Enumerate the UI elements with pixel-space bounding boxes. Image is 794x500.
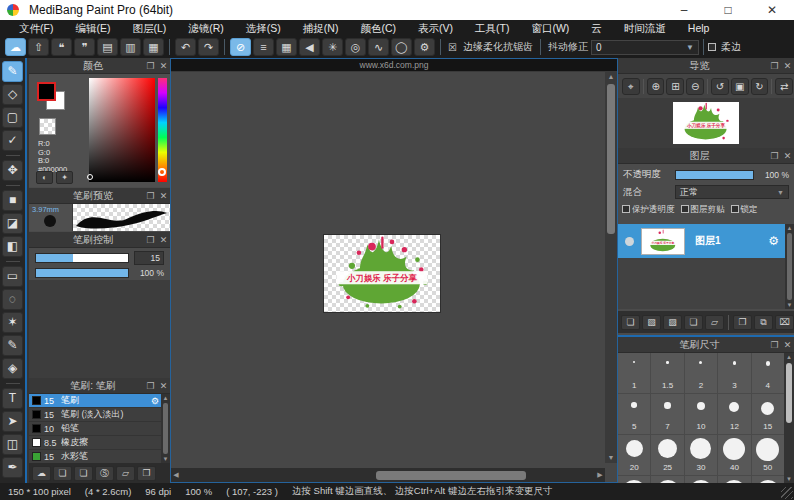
antialias-checkbox-icon[interactable]: ☒ bbox=[448, 42, 457, 53]
sv-picker-cursor[interactable] bbox=[87, 174, 93, 180]
duplicate-layer-icon[interactable]: ❐ bbox=[733, 315, 752, 330]
brush-tool[interactable]: ✎ bbox=[2, 61, 23, 82]
maximize-button[interactable]: □ bbox=[706, 0, 750, 20]
snap-curve-icon[interactable]: ∿ bbox=[368, 38, 389, 56]
snap-grid-icon[interactable]: ▦ bbox=[276, 38, 297, 56]
snap-settings-icon[interactable]: ⚙ bbox=[414, 38, 435, 56]
close-button[interactable]: ✕ bbox=[750, 0, 794, 20]
menu-layer[interactable]: 图层(L) bbox=[121, 20, 177, 36]
comic-grid-icon[interactable]: ▦ bbox=[143, 38, 164, 56]
menu-edit[interactable]: 编辑(E) bbox=[64, 20, 121, 36]
size-option[interactable]: 2 bbox=[685, 353, 717, 393]
menu-color[interactable]: 颜色(C) bbox=[349, 20, 407, 36]
canvas-tab[interactable]: www.x6d.com.png bbox=[171, 59, 617, 72]
color-wheel-icon[interactable]: ◐ bbox=[36, 171, 53, 184]
size-option[interactable] bbox=[718, 476, 750, 483]
brush-cloud-icon[interactable]: ☁ bbox=[32, 466, 51, 481]
scroll-up-icon[interactable]: ▲ bbox=[163, 394, 169, 402]
layer-opacity-slider[interactable] bbox=[675, 170, 754, 180]
reset-rotation-icon[interactable]: ↻ bbox=[751, 78, 769, 95]
merge-layer-icon[interactable]: ⧉ bbox=[754, 315, 773, 330]
lasso-tool[interactable]: ◌ bbox=[2, 289, 23, 310]
canvas-viewport[interactable]: 小刀娱乐 乐子分享 bbox=[171, 72, 605, 463]
size-option[interactable] bbox=[685, 476, 717, 483]
layer-row-selected[interactable]: 小刀娱乐 乐子分享 图层1 ⚙ bbox=[618, 224, 785, 258]
menu-snap[interactable]: 捕捉(N) bbox=[292, 20, 350, 36]
scroll-up-icon[interactable]: ▲ bbox=[787, 224, 793, 232]
snap-concentric-icon[interactable]: ◎ bbox=[345, 38, 366, 56]
duplicate-brush-icon[interactable]: ❐ bbox=[137, 466, 156, 481]
comment-icon[interactable]: ❝ bbox=[51, 38, 72, 56]
size-option[interactable]: 50 bbox=[752, 435, 784, 475]
scroll-down-icon[interactable]: ▼ bbox=[787, 301, 793, 309]
size-option[interactable]: 4 bbox=[752, 353, 784, 393]
menu-select[interactable]: 选择(S) bbox=[235, 20, 292, 36]
zoom-in-icon[interactable]: ⊕ bbox=[647, 78, 665, 95]
zoom-out-icon[interactable]: ⊖ bbox=[686, 78, 704, 95]
close-icon[interactable]: ✕ bbox=[781, 340, 794, 350]
popout-icon[interactable]: ❐ bbox=[768, 151, 781, 161]
scroll-up-icon[interactable]: ▲ bbox=[786, 353, 792, 361]
delete-layer-icon[interactable]: ⌧ bbox=[775, 315, 794, 330]
size-option[interactable]: 1 bbox=[618, 353, 650, 393]
menu-view[interactable]: 表示(V) bbox=[407, 20, 464, 36]
soft-edge-checkbox[interactable] bbox=[708, 43, 716, 51]
add-1bit-layer-icon[interactable]: ▨ bbox=[663, 315, 682, 330]
size-option[interactable]: 1.5 bbox=[651, 353, 683, 393]
scrollbar-thumb[interactable] bbox=[376, 471, 526, 480]
document-icon[interactable]: ▤ bbox=[97, 38, 118, 56]
canvas-image[interactable]: 小刀娱乐 乐子分享 bbox=[324, 235, 440, 312]
document-list-icon[interactable]: ▥ bbox=[120, 38, 141, 56]
scrollbar-thumb[interactable] bbox=[787, 233, 792, 300]
zoom-loupe-icon[interactable]: ⌖ bbox=[622, 78, 640, 95]
palette-icon[interactable]: ✦ bbox=[56, 171, 73, 184]
resize-grip[interactable] bbox=[781, 487, 793, 499]
size-option[interactable]: 25 bbox=[651, 435, 683, 475]
zoom-fit-icon[interactable]: ⊞ bbox=[666, 78, 684, 95]
canvas-horizontal-scrollbar[interactable]: ◀ ▶ bbox=[171, 468, 605, 482]
size-option[interactable]: 12 bbox=[718, 394, 750, 434]
add-layer-icon[interactable]: ❏ bbox=[621, 315, 640, 330]
close-icon[interactable]: ✕ bbox=[781, 61, 794, 71]
move-tool[interactable]: ✥ bbox=[2, 160, 23, 181]
add-layer-menu-icon[interactable]: ❏ bbox=[684, 315, 703, 330]
add-brush-icon[interactable]: ❏ bbox=[53, 466, 72, 481]
cloud-icon[interactable]: ☁ bbox=[5, 38, 26, 56]
brush-list-scrollbar[interactable]: ▲ ▼ bbox=[161, 394, 170, 463]
saturation-value-picker[interactable] bbox=[89, 78, 155, 182]
snap-off-icon[interactable]: ⊘ bbox=[230, 38, 251, 56]
close-icon[interactable]: ✕ bbox=[157, 191, 170, 201]
gradient-tool[interactable]: ◧ bbox=[2, 236, 23, 257]
scrollbar-thumb[interactable] bbox=[786, 363, 792, 423]
scroll-down-icon[interactable]: ▼ bbox=[608, 453, 615, 463]
protect-alpha-checkbox[interactable]: 保护透明度 bbox=[622, 204, 675, 216]
close-icon[interactable]: ✕ bbox=[157, 381, 170, 391]
clipping-checkbox[interactable]: 图层剪贴 bbox=[681, 204, 725, 216]
select-tool[interactable]: ▭ bbox=[2, 266, 23, 287]
hue-slider[interactable] bbox=[158, 78, 167, 182]
eraser-tool[interactable]: ◇ bbox=[2, 84, 23, 105]
size-option[interactable]: 5 bbox=[618, 394, 650, 434]
close-icon[interactable]: ✕ bbox=[781, 151, 794, 161]
menu-help[interactable]: Help bbox=[677, 20, 721, 36]
snap-vanish-icon[interactable]: ◀ bbox=[299, 38, 320, 56]
brush-row[interactable]: 10 铅笔 bbox=[29, 422, 161, 436]
brush-size-slider[interactable] bbox=[35, 253, 129, 263]
chat-panel-icon[interactable]: ❞ bbox=[74, 38, 95, 56]
transparent-color-swatch[interactable] bbox=[39, 118, 56, 135]
size-option[interactable]: 3 bbox=[718, 353, 750, 393]
navigator-preview[interactable]: 小刀娱乐 乐子分享 bbox=[618, 98, 794, 148]
publish-icon[interactable]: ⇧ bbox=[28, 38, 49, 56]
popout-icon[interactable]: ❐ bbox=[144, 381, 157, 391]
snap-radial-icon[interactable]: ✳ bbox=[322, 38, 343, 56]
close-icon[interactable]: ✕ bbox=[157, 235, 170, 245]
fit-window-icon[interactable]: ▣ bbox=[731, 78, 749, 95]
dot-pen-tool[interactable]: ▢ bbox=[2, 107, 23, 128]
add-brush-menu-icon[interactable]: ❏ bbox=[74, 466, 93, 481]
script-brush-icon[interactable]: Ⓢ bbox=[95, 466, 114, 481]
rotate-left-icon[interactable]: ↺ bbox=[711, 78, 729, 95]
scrollbar-thumb[interactable] bbox=[163, 403, 168, 454]
popout-icon[interactable]: ❐ bbox=[768, 61, 781, 71]
size-option[interactable] bbox=[651, 476, 683, 483]
size-option[interactable]: 40 bbox=[718, 435, 750, 475]
